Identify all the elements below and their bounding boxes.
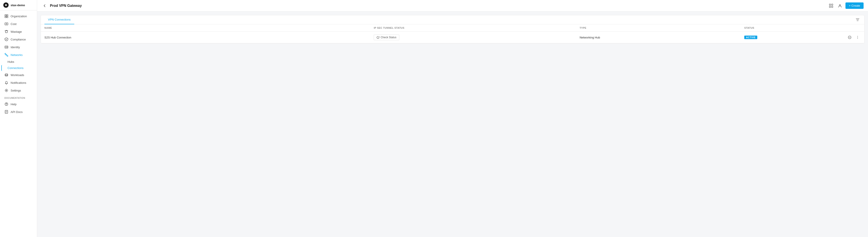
tabs-list: VPN Connections <box>44 15 74 24</box>
main-area: Prod VPN Gateway + Create <box>37 0 868 237</box>
sidebar-item-label: Organization <box>10 14 27 18</box>
compliance-icon <box>4 37 8 41</box>
cell-status: ACTIVE <box>741 32 823 43</box>
sidebar-item-compliance[interactable]: Compliance <box>1 36 36 43</box>
col-type: TYPE <box>576 24 741 32</box>
networks-icon <box>4 53 8 57</box>
sidebar-sub-item-hubs[interactable]: Hubs <box>1 59 36 65</box>
svg-rect-2 <box>7 14 8 16</box>
sidebar-sub-item-label: Hubs <box>7 60 14 63</box>
table-row: S2S Hub Connection Check Status Networki… <box>41 32 864 43</box>
row-circle-button[interactable] <box>846 34 853 40</box>
col-name: NAME <box>41 24 370 32</box>
row-more-button[interactable] <box>855 34 861 40</box>
table-header-row: NAME IP SEC TUNNEL STATUS TYPE STATUS <box>41 24 864 32</box>
filter-columns-button[interactable] <box>855 17 861 23</box>
sidebar-item-label: API Docs <box>10 110 23 114</box>
help-icon <box>4 102 8 106</box>
svg-rect-16 <box>829 4 831 5</box>
col-ip-sec: IP SEC TUNNEL STATUS <box>370 24 576 32</box>
sidebar-item-label: Identity <box>10 46 20 49</box>
sidebar-nav: Organization Cost Wastage <box>0 10 37 237</box>
row-actions <box>827 34 861 40</box>
workloads-icon <box>4 73 8 77</box>
sidebar-item-identity[interactable]: Identity <box>1 43 36 51</box>
topbar-right: + Create <box>828 2 864 9</box>
sidebar-item-networks[interactable]: Networks <box>1 51 36 59</box>
notifications-icon <box>4 81 8 85</box>
organization-icon <box>4 14 8 18</box>
sidebar-item-label: Settings <box>10 89 21 92</box>
sidebar-item-notifications[interactable]: Notifications <box>1 79 36 86</box>
check-status-label: Check Status <box>380 36 396 39</box>
api-docs-icon <box>4 110 8 114</box>
doc-section-label: DOCUMENTATION <box>1 95 36 100</box>
topbar-left: Prod VPN Gateway <box>41 3 82 9</box>
check-status-button[interactable]: Check Status <box>374 34 399 40</box>
back-button[interactable] <box>41 3 48 9</box>
svg-rect-19 <box>832 6 833 7</box>
svg-rect-8 <box>5 53 6 54</box>
sidebar-sub-item-connections[interactable]: Connections <box>1 65 36 71</box>
content-area: VPN Connections NAME IP SEC TUNNE <box>37 11 868 237</box>
sidebar-item-help[interactable]: Help <box>1 100 36 108</box>
svg-point-11 <box>5 74 8 75</box>
app-name: stax-demo <box>10 3 25 7</box>
app-logo <box>3 2 9 8</box>
tabs-actions <box>855 17 861 23</box>
grid-icon-button[interactable] <box>828 2 834 9</box>
sidebar-item-label: Wastage <box>10 30 22 33</box>
svg-rect-6 <box>5 46 8 48</box>
svg-rect-4 <box>7 17 8 18</box>
svg-point-12 <box>6 90 7 91</box>
tabs-header: VPN Connections <box>41 15 864 24</box>
cell-actions <box>823 32 864 43</box>
wastage-icon <box>4 30 8 34</box>
svg-rect-1 <box>5 14 6 16</box>
svg-point-24 <box>858 38 858 39</box>
cell-type: Networking Hub <box>576 32 741 43</box>
tab-vpn-connections[interactable]: VPN Connections <box>44 15 74 24</box>
topbar: Prod VPN Gateway + Create <box>37 0 868 11</box>
sidebar-item-label: Networks <box>10 53 23 57</box>
svg-point-22 <box>858 36 858 36</box>
sidebar-sub-item-label: Connections <box>7 66 24 70</box>
cell-name: S2S Hub Connection <box>41 32 370 43</box>
svg-rect-3 <box>5 17 6 18</box>
settings-icon <box>4 88 8 92</box>
sidebar-item-wastage[interactable]: Wastage <box>1 28 36 35</box>
sidebar-item-label: Help <box>10 102 17 106</box>
svg-point-20 <box>839 4 841 6</box>
cell-ip-sec-status: Check Status <box>370 32 576 43</box>
sidebar-item-label: Cost <box>10 22 17 26</box>
content-card: VPN Connections NAME IP SEC TUNNE <box>41 15 865 43</box>
col-actions <box>823 24 864 32</box>
sidebar-item-organization[interactable]: Organization <box>1 12 36 20</box>
table-body: S2S Hub Connection Check Status Networki… <box>41 32 864 43</box>
status-badge: ACTIVE <box>744 36 757 39</box>
sidebar-item-label: Workloads <box>10 73 24 77</box>
cost-icon <box>4 22 8 26</box>
identity-icon <box>4 45 8 49</box>
col-status: STATUS <box>741 24 823 32</box>
svg-rect-18 <box>829 6 831 7</box>
sidebar: stax-demo Organization Cost <box>0 0 37 237</box>
sidebar-item-cost[interactable]: Cost <box>1 20 36 28</box>
sidebar-item-settings[interactable]: Settings <box>1 87 36 94</box>
page-title: Prod VPN Gateway <box>50 4 82 8</box>
sidebar-header: stax-demo <box>0 0 37 10</box>
sidebar-item-label: Notifications <box>10 81 26 85</box>
svg-point-23 <box>858 37 858 37</box>
svg-rect-17 <box>832 4 833 5</box>
svg-point-14 <box>6 105 7 105</box>
sidebar-item-label: Compliance <box>10 38 26 41</box>
create-button[interactable]: + Create <box>845 2 864 9</box>
connections-table: NAME IP SEC TUNNEL STATUS TYPE STATUS S2… <box>41 24 864 43</box>
sidebar-item-api-docs[interactable]: API Docs <box>1 108 36 116</box>
table-header: NAME IP SEC TUNNEL STATUS TYPE STATUS <box>41 24 864 32</box>
sidebar-item-workloads[interactable]: Workloads <box>1 71 36 79</box>
svg-point-7 <box>5 47 6 48</box>
user-icon-button[interactable] <box>837 2 843 9</box>
